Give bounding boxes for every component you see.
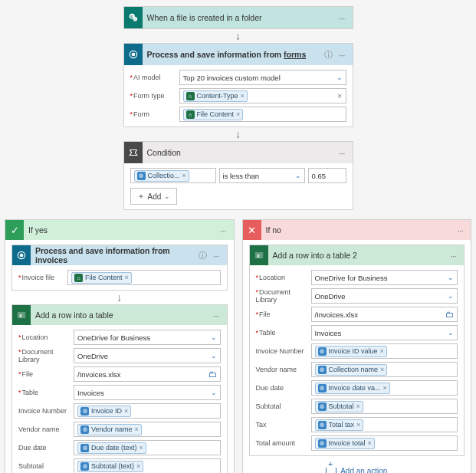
ai-step-card[interactable]: Process and save information from forms … [123, 43, 353, 127]
condition-menu[interactable]: ··· [336, 147, 348, 159]
vendor-label: Vendor name [256, 366, 311, 373]
vendor-label: Vendor name [18, 425, 74, 433]
if-yes-branch: ✓ If yes ··· Process and save informatio… [5, 219, 235, 473]
no-excel-card[interactable]: x Add a row into a table 2 ··· *Location… [249, 245, 465, 456]
file-field[interactable]: /Invoices.xlsx🗀 [74, 366, 221, 382]
file-content-token[interactable]: ⌂File Content× [183, 109, 244, 120]
check-icon: ✓ [5, 220, 24, 240]
file-field[interactable]: /Invoices.xlsx🗀 [311, 307, 458, 322]
condition-card[interactable]: Condition ··· ◍Collectio...× is less tha… [123, 141, 353, 210]
yes-ai-title: Process and save information from invoic… [31, 246, 199, 264]
form-field[interactable]: ⌂File Content× [179, 107, 346, 122]
due-date-label: Due date [256, 384, 311, 392]
invoice-number-field[interactable]: ◍Invoice ID× [74, 403, 221, 419]
trigger-title: When a file is created in a folder [143, 13, 336, 22]
dynamic-token[interactable]: ◍Subtotal (text)× [77, 461, 143, 472]
file-content-token[interactable]: ⌂File Content× [71, 272, 132, 284]
yes-excel-title: Add a row into a table [31, 310, 210, 320]
folder-icon[interactable]: 🗀 [445, 310, 454, 319]
excel-icon: x [250, 245, 268, 265]
ai-step-title: Process and save information from forms [143, 50, 324, 59]
condition-token[interactable]: ◍Collectio...× [134, 170, 189, 182]
ai-model-select[interactable]: Top 20 invoices custom model⌄ [179, 70, 346, 85]
if-no-title: If no [261, 225, 455, 235]
invoice-number-field[interactable]: ◍Invoice ID value× [311, 343, 458, 359]
if-no-branch: ✕ If no ··· x Add a row into a table 2 ·… [242, 219, 472, 473]
tax-field[interactable]: ◍Total tax× [311, 417, 458, 432]
yes-ai-menu[interactable]: ··· [210, 250, 222, 261]
file-label: *File [18, 370, 74, 378]
trigger-menu[interactable]: ··· [336, 12, 348, 24]
library-label: *Document Library [18, 348, 74, 363]
chevron-down-icon: ⌄ [295, 172, 301, 179]
condition-value-field[interactable]: 0.65 [308, 168, 346, 183]
table-select[interactable]: Invoices⌄ [74, 385, 221, 400]
ai-builder-icon [124, 44, 143, 65]
library-label: *Document Library [256, 288, 311, 304]
vendor-field[interactable]: ◍Collection name× [311, 362, 458, 377]
arrow-icon: ↓ [123, 29, 353, 43]
yes-ai-card[interactable]: Process and save information from invoic… [11, 245, 228, 291]
due-date-field[interactable]: ◍Invoice date va...× [311, 380, 458, 396]
dynamic-token[interactable]: ◍Due date (text)× [77, 442, 146, 454]
add-action-icon [326, 468, 336, 473]
library-select[interactable]: OneDrive⌄ [311, 288, 458, 304]
dynamic-token[interactable]: ◍Invoice date va...× [315, 383, 390, 394]
subtotal-label: Subtotal [256, 402, 311, 410]
excel-icon: x [12, 305, 31, 325]
table-select[interactable]: Invoices⌄ [311, 325, 458, 340]
arrow-icon: ↓ [11, 291, 228, 304]
form-type-field[interactable]: ⌂Content-Type× × [179, 88, 346, 103]
due-date-label: Due date [18, 444, 74, 452]
no-excel-menu[interactable]: ··· [447, 250, 459, 261]
yes-excel-card[interactable]: x Add a row into a table ··· *LocationOn… [11, 304, 228, 473]
vendor-field[interactable]: ◍Vendor name× [74, 422, 221, 437]
dynamic-token[interactable]: ◍Vendor name× [77, 424, 142, 435]
due-date-field[interactable]: ◍Due date (text)× [74, 440, 221, 455]
dynamic-token[interactable]: ◍Invoice ID value× [315, 346, 387, 357]
condition-operator-select[interactable]: is less than⌄ [219, 168, 305, 183]
table-label: *Table [18, 389, 74, 396]
yes-excel-menu[interactable]: ··· [210, 310, 222, 321]
ai-model-label: *AI model [130, 74, 179, 81]
info-icon[interactable]: ⓘ [324, 49, 336, 61]
location-select[interactable]: OneDrive for Business⌄ [74, 330, 221, 345]
info-icon[interactable]: ⓘ [199, 250, 210, 261]
condition-title: Condition [143, 148, 336, 157]
trigger-card[interactable]: S When a file is created in a folder ··· [123, 6, 353, 29]
if-yes-title: If yes [24, 225, 217, 235]
subtotal-field[interactable]: ◍Subtotal× [311, 399, 458, 414]
condition-add-button[interactable]: ＋Add⌄ [130, 188, 178, 205]
if-no-menu[interactable]: ··· [454, 225, 466, 236]
chevron-down-icon: ⌄ [336, 74, 343, 81]
form-label: *Form [130, 110, 179, 118]
if-yes-menu[interactable]: ··· [217, 225, 229, 236]
total-label: Total amount [256, 439, 311, 447]
invoice-file-label: *Invoice file [18, 274, 67, 281]
arrow-icon: ↓ [123, 127, 353, 141]
ai-step-menu[interactable]: ··· [336, 49, 348, 61]
subtotal-field[interactable]: ◍Subtotal (text)× [74, 458, 221, 473]
svg-text:x: x [19, 313, 22, 318]
dynamic-token[interactable]: ◍Invoice ID× [77, 406, 131, 417]
subtotal-label: Subtotal [18, 462, 74, 470]
invoice-file-field[interactable]: ⌂File Content× [67, 270, 221, 285]
dynamic-token[interactable]: ◍Subtotal× [315, 401, 363, 412]
folder-icon[interactable]: 🗀 [208, 370, 217, 379]
content-type-token[interactable]: ⌂Content-Type× [183, 90, 248, 102]
condition-left-field[interactable]: ◍Collectio...× [130, 168, 216, 183]
total-field[interactable]: ◍Invoice total× [311, 435, 458, 451]
form-type-label: *Form type [130, 92, 179, 100]
clear-icon[interactable]: × [334, 91, 342, 100]
add-action-link[interactable]: Add an action [340, 467, 387, 473]
svg-point-1 [133, 17, 137, 21]
library-select[interactable]: OneDrive⌄ [74, 348, 221, 363]
location-label: *Location [256, 274, 311, 281]
dynamic-token[interactable]: ◍Total tax× [315, 419, 364, 431]
location-select[interactable]: OneDrive for Business⌄ [311, 270, 458, 285]
dynamic-token[interactable]: ◍Collection name× [315, 364, 388, 376]
svg-text:x: x [257, 253, 260, 258]
dynamic-token[interactable]: ◍Invoice total× [315, 438, 375, 449]
file-label: *File [256, 310, 311, 318]
tax-label: Tax [256, 421, 311, 429]
